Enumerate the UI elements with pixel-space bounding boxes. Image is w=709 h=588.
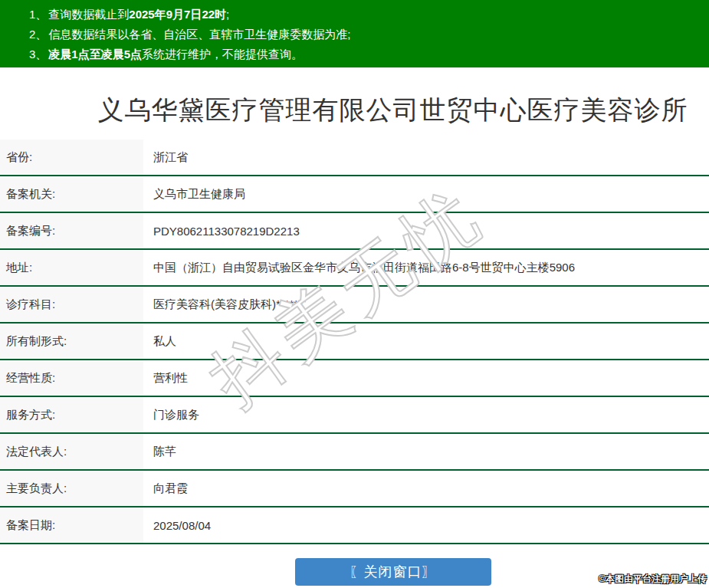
uploaded-by-stamp: ©本图由平台注册用户上传 — [599, 573, 707, 586]
table-row-business-nature: 经营性质: 营利性 — [0, 360, 709, 397]
row-label: 服务方式: — [0, 397, 143, 432]
table-row-address: 地址: 中国（浙江）自由贸易试验区金华市义乌市福田街道福田路6-8号世贸中心主楼… — [0, 250, 709, 287]
row-value: 义乌市卫生健康局 — [143, 176, 709, 212]
table-row-departments: 诊疗科目: 医疗美容科(美容皮肤科)****** — [0, 287, 709, 324]
notice-text: 查询数据截止到2025年9月7日22时; — [48, 5, 229, 25]
row-value: PDY80621133078219D2213 — [143, 213, 709, 248]
notice-item-3: 3、 凌晨1点至凌晨5点系统进行维护，不能提供查询。 — [29, 44, 701, 64]
row-label: 诊疗科目: — [0, 287, 143, 322]
row-label: 地址: — [0, 250, 143, 285]
table-row-filing-number: 备案编号: PDY80621133078219D2213 — [0, 213, 709, 250]
row-label: 经营性质: — [0, 360, 143, 396]
table-row-filing-date: 备案日期: 2025/08/04 — [0, 508, 709, 544]
row-value: 中国（浙江）自由贸易试验区金华市义乌市福田街道福田路6-8号世贸中心主楼5906 — [143, 250, 709, 285]
row-value: 私人 — [143, 324, 709, 359]
row-value: 2025/08/04 — [143, 508, 709, 543]
notice-text: 凌晨1点至凌晨5点系统进行维护，不能提供查询。 — [48, 44, 303, 64]
notice-item-1: 1、 查询数据截止到2025年9月7日22时; — [29, 5, 701, 25]
page-title: 义乌华黛医疗管理有限公司世贸中心医疗美容诊所 — [0, 93, 709, 126]
table-row-province: 省份: 浙江省 — [0, 140, 709, 176]
table-row-ownership: 所有制形式: 私人 — [0, 324, 709, 360]
row-value: 门诊服务 — [143, 397, 709, 432]
row-label: 备案机关: — [0, 176, 143, 212]
close-window-button[interactable]: 〖关闭窗口〗 — [295, 558, 491, 586]
row-label: 所有制形式: — [0, 324, 143, 359]
record-table: 省份: 浙江省 备案机关: 义乌市卫生健康局 备案编号: PDY80621133… — [0, 140, 709, 544]
row-label: 备案日期: — [0, 508, 143, 543]
table-row-legal-representative: 法定代表人: 陈芊 — [0, 434, 709, 471]
notice-number: 3、 — [29, 44, 47, 64]
row-value: 营利性 — [143, 360, 709, 396]
row-label: 主要负责人: — [0, 471, 143, 506]
row-value: 陈芊 — [143, 434, 709, 469]
notice-text: 信息数据结果以各省、自治区、直辖市卫生健康委数据为准; — [48, 25, 350, 44]
notice-item-2: 2、 信息数据结果以各省、自治区、直辖市卫生健康委数据为准; — [29, 25, 701, 44]
row-label: 备案编号: — [0, 213, 143, 248]
notice-number: 1、 — [29, 5, 47, 25]
notice-number: 2、 — [29, 25, 47, 44]
row-value: 向君霞 — [143, 471, 709, 506]
table-row-service-mode: 服务方式: 门诊服务 — [0, 397, 709, 434]
row-value: 医疗美容科(美容皮肤科)****** — [143, 287, 709, 322]
notice-bar: 1、 查询数据截止到2025年9月7日22时; 2、 信息数据结果以各省、自治区… — [0, 0, 709, 67]
row-label: 法定代表人: — [0, 434, 143, 469]
table-row-person-in-charge: 主要负责人: 向君霞 — [0, 471, 709, 508]
row-value: 浙江省 — [143, 140, 709, 175]
table-row-filing-authority: 备案机关: 义乌市卫生健康局 — [0, 176, 709, 213]
row-label: 省份: — [0, 140, 143, 175]
